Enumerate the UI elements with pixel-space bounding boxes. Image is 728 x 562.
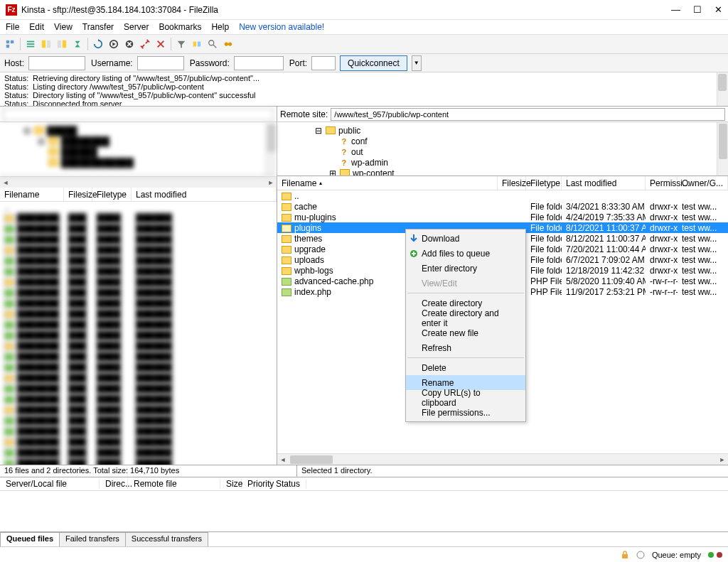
activity-dot-red bbox=[717, 552, 722, 558]
password-label: Password: bbox=[190, 58, 230, 68]
refresh-icon[interactable] bbox=[91, 37, 105, 51]
port-input[interactable] bbox=[311, 56, 336, 70]
col-filesize[interactable]: Filesize bbox=[498, 176, 526, 190]
file-row[interactable]: mu-pluginsFile folder4/24/2019 7:35:33 A… bbox=[277, 212, 728, 222]
quickconnect-button[interactable]: Quickconnect bbox=[340, 55, 407, 71]
col-status[interactable]: Status bbox=[270, 479, 306, 489]
col-filesize[interactable]: Filesize bbox=[64, 188, 92, 201]
col-direction[interactable]: Direc... bbox=[100, 479, 128, 489]
ctx-download[interactable]: Download bbox=[406, 231, 525, 246]
sync-browse-icon[interactable] bbox=[205, 37, 220, 51]
toolbar bbox=[0, 34, 728, 54]
quickconnect-dropdown[interactable]: ▼ bbox=[412, 55, 422, 71]
close-button[interactable]: ✕ bbox=[714, 4, 722, 15]
col-server-local[interactable]: Server/Local file bbox=[0, 479, 100, 489]
process-queue-icon[interactable] bbox=[107, 37, 121, 51]
ctx-create-directory-and-enter-it[interactable]: Create directory and enter it bbox=[406, 310, 525, 325]
svg-rect-19 bbox=[622, 554, 628, 558]
statusbar: Queue: empty bbox=[0, 546, 728, 562]
file-row[interactable]: .. bbox=[277, 190, 728, 201]
menu-file[interactable]: File bbox=[6, 22, 19, 32]
menu-transfer[interactable]: Transfer bbox=[82, 22, 114, 32]
queue-header[interactable]: Server/Local file Direc... Remote file S… bbox=[0, 477, 728, 491]
menu-edit[interactable]: Edit bbox=[29, 22, 44, 32]
col-size[interactable]: Size bbox=[220, 479, 242, 489]
toggle-queue-icon[interactable] bbox=[70, 37, 85, 51]
remote-list-header[interactable]: Filename Filesize Filetype Last modified… bbox=[277, 176, 728, 190]
disconnect-icon[interactable] bbox=[138, 37, 152, 51]
username-input[interactable] bbox=[137, 56, 184, 70]
queue-list[interactable] bbox=[0, 491, 728, 532]
ctx-copy-url-s-to-clipboard[interactable]: Copy URL(s) to clipboard bbox=[406, 390, 525, 405]
reconnect-icon[interactable] bbox=[154, 37, 168, 51]
local-tree-hscroll[interactable]: ◄► bbox=[0, 176, 277, 188]
svg-rect-13 bbox=[198, 42, 200, 47]
menu-bookmarks[interactable]: Bookmarks bbox=[159, 22, 201, 32]
local-tree[interactable]: ⊟█████ ⊟████████ ██████ ████████████ bbox=[0, 122, 277, 176]
tab-successful[interactable]: Successful transfers bbox=[125, 532, 208, 546]
col-remote-file[interactable]: Remote file bbox=[128, 479, 220, 489]
col-filename[interactable]: Filename bbox=[0, 188, 64, 201]
tree-node[interactable]: ⊞wp-content bbox=[279, 168, 727, 176]
remote-path-input[interactable] bbox=[331, 108, 725, 121]
col-filetype[interactable]: Filetype bbox=[92, 188, 132, 201]
tab-queued[interactable]: Queued files bbox=[0, 532, 60, 546]
password-input[interactable] bbox=[234, 56, 284, 70]
remote-file-list[interactable]: ..cacheFile folder3/4/2021 8:33:30 AMdrw… bbox=[277, 190, 728, 453]
file-row[interactable]: cacheFile folder3/4/2021 8:33:30 AMdrwxr… bbox=[277, 201, 728, 212]
toggle-remote-tree-icon[interactable] bbox=[55, 37, 69, 51]
col-priority[interactable]: Priority bbox=[242, 479, 270, 489]
window-title: Kinsta - sftp://test@35.184.184.103:3708… bbox=[21, 5, 671, 15]
ctx-refresh[interactable]: Refresh bbox=[406, 340, 525, 355]
search-icon[interactable] bbox=[221, 37, 235, 51]
col-owner[interactable]: Owner/G... bbox=[678, 176, 728, 190]
ctx-enter-directory[interactable]: Enter directory bbox=[406, 261, 525, 276]
log-scrollbar[interactable] bbox=[717, 72, 728, 106]
col-lastmodified[interactable]: Last modified bbox=[562, 176, 646, 190]
tree-node[interactable]: ⊟public bbox=[279, 125, 727, 136]
tree-node[interactable]: ?out bbox=[279, 146, 727, 157]
remote-list-hscroll[interactable]: ◄► bbox=[277, 453, 728, 465]
remote-tree-scrollbar[interactable] bbox=[717, 122, 728, 175]
menu-server[interactable]: Server bbox=[124, 22, 149, 32]
minimize-button[interactable]: — bbox=[671, 4, 680, 15]
remote-tree[interactable]: ⊟public?conf?out?wp-admin⊞wp-content?wp-… bbox=[277, 122, 728, 176]
log-text: Retrieving directory listing of "/www/te… bbox=[33, 74, 259, 82]
log-text: Directory listing of "/www/test_957/publ… bbox=[33, 91, 256, 99]
message-log[interactable]: Status:Retrieving directory listing of "… bbox=[0, 72, 728, 107]
context-menu: DownloadAdd files to queueEnter director… bbox=[405, 229, 526, 422]
remote-pane: Remote site: ⊟public?conf?out?wp-admin⊞w… bbox=[277, 107, 728, 465]
tab-failed[interactable]: Failed transfers bbox=[59, 532, 126, 546]
local-list-header[interactable]: Filename Filesize Filetype Last modified bbox=[0, 188, 277, 202]
ctx-delete[interactable]: Delete bbox=[406, 360, 525, 375]
ctx-file-permissions-[interactable]: File permissions... bbox=[406, 405, 525, 420]
new-version-link[interactable]: New version available! bbox=[239, 22, 324, 32]
filter-icon[interactable] bbox=[174, 37, 188, 51]
menu-help[interactable]: Help bbox=[211, 22, 229, 32]
local-tree-scrollbar[interactable] bbox=[265, 122, 277, 175]
toggle-tree-icon[interactable] bbox=[39, 37, 53, 51]
col-filename[interactable]: Filename bbox=[277, 176, 498, 190]
tree-node[interactable]: ?conf bbox=[279, 136, 727, 146]
ctx-add-files-to-queue[interactable]: Add files to queue bbox=[406, 246, 525, 261]
log-text: Listing directory /www/test_957/public/w… bbox=[33, 82, 204, 91]
toggle-log-icon[interactable] bbox=[23, 37, 38, 51]
compare-icon[interactable] bbox=[190, 37, 204, 51]
maximize-button[interactable]: ☐ bbox=[693, 4, 702, 15]
col-filetype[interactable]: Filetype bbox=[526, 176, 562, 190]
host-label: Host: bbox=[4, 58, 24, 68]
ctx-create-new-file[interactable]: Create new file bbox=[406, 325, 525, 340]
local-path-input[interactable] bbox=[3, 108, 274, 121]
cancel-icon[interactable] bbox=[122, 37, 136, 51]
local-file-list[interactable]: .. █████████████████████████████████████… bbox=[0, 202, 277, 465]
tree-node[interactable]: ?wp-admin bbox=[279, 157, 727, 168]
queue-empty-icon bbox=[636, 551, 645, 559]
col-permissions[interactable]: Permissi... bbox=[646, 176, 678, 190]
menu-view[interactable]: View bbox=[54, 22, 73, 32]
svg-rect-3 bbox=[27, 41, 35, 43]
svg-rect-6 bbox=[42, 40, 46, 48]
col-lastmodified[interactable]: Last modified bbox=[132, 188, 277, 201]
svg-point-14 bbox=[209, 40, 214, 45]
sitemanager-icon[interactable] bbox=[3, 37, 17, 51]
host-input[interactable] bbox=[28, 56, 85, 70]
